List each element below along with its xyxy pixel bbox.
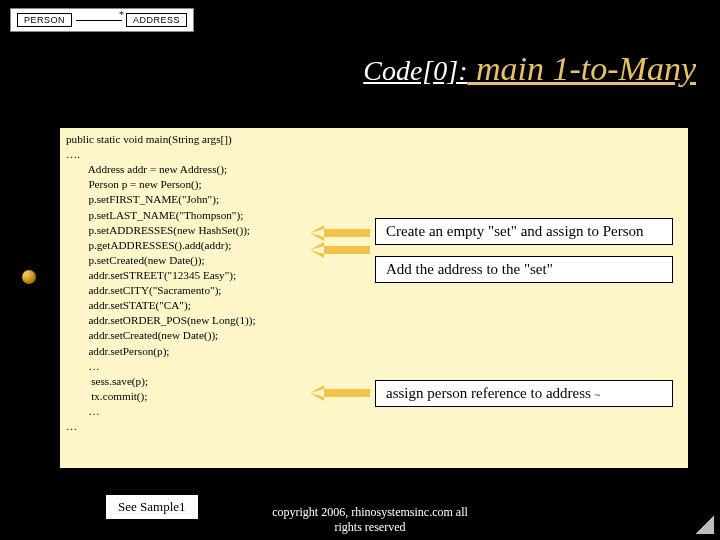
arrow-icon	[310, 385, 370, 401]
erd-cardinality: *	[119, 9, 124, 20]
svg-marker-2	[310, 233, 324, 241]
annotation-tilde: ~	[595, 389, 600, 400]
erd-entity-person: PERSON	[17, 13, 72, 27]
svg-rect-4	[324, 246, 370, 254]
annotation-add-address: Add the address to the "set"	[375, 256, 673, 283]
svg-rect-1	[324, 229, 370, 237]
erd-relation-line: *	[76, 15, 122, 25]
title-prefix: Code[0]:	[363, 55, 467, 86]
svg-marker-5	[310, 250, 324, 258]
arrow-icon	[310, 242, 370, 258]
code-block: public static void main(String args[]) ……	[60, 128, 688, 468]
svg-marker-8	[310, 393, 324, 401]
svg-marker-3	[310, 242, 324, 250]
annotation-assign-person: assign person reference to address ~	[375, 380, 673, 407]
svg-marker-0	[310, 225, 324, 233]
annotation-text: assign person reference to address	[386, 385, 595, 401]
slide-title: Code[0]: main 1-to-Many	[363, 50, 696, 88]
see-sample-button[interactable]: See Sample1	[105, 494, 199, 520]
annotation-create-set: Create an empty "set" and assign to Pers…	[375, 218, 673, 245]
svg-marker-6	[310, 385, 324, 393]
bullet-icon	[22, 270, 36, 284]
svg-rect-7	[324, 389, 370, 397]
arrow-icon	[310, 225, 370, 241]
erd-diagram: PERSON * ADDRESS	[10, 8, 194, 32]
title-main: main 1-to-Many	[467, 50, 696, 87]
page-corner-icon	[696, 516, 714, 534]
copyright-text: copyright 2006, rhinosystemsinc.com all …	[260, 505, 480, 534]
erd-entity-address: ADDRESS	[126, 13, 187, 27]
